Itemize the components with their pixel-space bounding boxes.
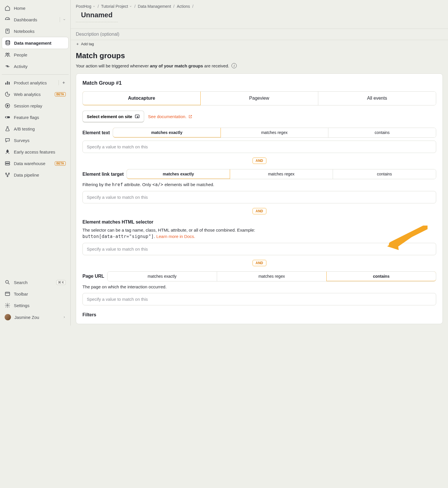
sidebar-item-surveys[interactable]: Surveys <box>2 135 69 146</box>
sidebar-item-session-replay[interactable]: Session replay <box>2 100 69 111</box>
description-input[interactable]: Description (optional) <box>71 29 448 40</box>
element-link-mode: matches exactly matches regex contains <box>127 169 436 179</box>
svg-point-14 <box>8 173 9 174</box>
mode-contains[interactable]: contains <box>333 169 436 179</box>
sidebar-item-search[interactable]: Search ⌘ K <box>2 277 69 288</box>
sidebar-item-label: Settings <box>14 303 66 308</box>
and-separator: AND <box>253 208 266 214</box>
element-link-input[interactable] <box>82 191 436 203</box>
sidebar-item-label: Activity <box>14 64 66 69</box>
mode-exact[interactable]: matches exactly <box>113 128 221 138</box>
svg-rect-9 <box>5 116 10 118</box>
svg-rect-11 <box>5 162 10 163</box>
mode-exact[interactable]: matches exactly <box>108 272 217 281</box>
selector-input[interactable] <box>82 243 436 255</box>
sidebar-item-label: People <box>14 52 66 57</box>
sidebar-item-dashboards[interactable]: Dashboards <box>2 14 69 25</box>
sidebar-item-label: Toolbar <box>14 292 66 296</box>
crumb-data-management[interactable]: Data Management <box>138 4 171 9</box>
svg-point-10 <box>6 117 7 118</box>
gear-icon <box>5 302 10 308</box>
chat-icon <box>5 137 10 143</box>
page-url-mode: matches exactly matches regex contains <box>107 271 436 281</box>
page-url-input[interactable] <box>82 293 436 305</box>
docs-link[interactable]: See documentation. <box>148 114 192 119</box>
section-subheading: Your action will be triggered whenever a… <box>76 63 443 68</box>
sidebar-item-ab-testing[interactable]: A/B testing <box>2 123 69 135</box>
sidebar-item-data-pipeline[interactable]: Data pipeline <box>2 169 69 181</box>
page-title[interactable]: Unnamed <box>76 10 118 22</box>
sidebar-item-home[interactable]: Home <box>2 2 69 14</box>
sidebar-item-label: Search <box>14 280 53 285</box>
chevron-down-icon[interactable] <box>63 18 66 21</box>
svg-rect-12 <box>5 164 10 165</box>
user-name: Jasmine Zou <box>14 315 59 320</box>
svg-point-3 <box>8 53 9 54</box>
element-link-label: Element link target <box>82 172 124 177</box>
home-icon <box>5 5 10 11</box>
sidebar-item-label: Dashboards <box>14 17 56 22</box>
beta-badge: BETA <box>55 161 66 166</box>
svg-point-16 <box>5 280 8 283</box>
sidebar-item-label: Data pipeline <box>14 173 66 177</box>
pie-chart-icon <box>5 91 10 97</box>
chevron-down-icon <box>93 5 95 8</box>
element-link-help: Filtering by the href attribute. Only <a… <box>82 181 436 188</box>
sidebar-item-label: Data warehouse <box>14 161 51 166</box>
sidebar-item-product-analytics[interactable]: Product analytics <box>2 77 69 88</box>
sidebar-item-activity[interactable]: Activity <box>2 60 69 72</box>
mode-regex[interactable]: matches regex <box>230 169 333 179</box>
rocket-icon <box>5 149 10 155</box>
selector-docs-link[interactable]: Learn more in Docs. <box>156 233 195 240</box>
sidebar-item-toolbar[interactable]: Toolbar <box>2 288 69 300</box>
select-element-button[interactable]: Select element on site <box>82 111 144 122</box>
svg-point-2 <box>6 53 7 54</box>
mode-regex[interactable]: matches regex <box>217 272 327 281</box>
page-url-help: The page on which the interaction occurr… <box>82 284 436 290</box>
replay-icon <box>5 103 10 109</box>
sidebar-item-label: Early access features <box>14 150 66 154</box>
sidebar-item-data-warehouse[interactable]: Data warehouse BETA <box>2 158 69 169</box>
sidebar-item-label: Data management <box>14 41 65 46</box>
sidebar-item-data-management[interactable]: Data management <box>2 37 69 49</box>
filters-label: Filters <box>82 312 436 317</box>
svg-point-1 <box>6 41 10 42</box>
mode-contains[interactable]: contains <box>326 271 436 281</box>
sidebar-item-early-access[interactable]: Early access features <box>2 146 69 158</box>
plus-icon[interactable] <box>62 81 66 85</box>
mode-exact[interactable]: matches exactly <box>127 169 230 179</box>
sidebar-item-label: Surveys <box>14 138 66 143</box>
bar-chart-icon <box>5 80 10 86</box>
chevron-right-icon <box>63 316 66 319</box>
sidebar-item-feature-flags[interactable]: Feature flags <box>2 111 69 123</box>
svg-point-15 <box>7 176 8 177</box>
page-url-label: Page URL <box>82 274 104 279</box>
crumb-actions[interactable]: Actions <box>177 4 190 9</box>
inspect-icon <box>135 114 140 119</box>
tab-pageview[interactable]: Pageview <box>200 92 318 105</box>
search-icon <box>5 279 10 285</box>
toggle-icon <box>5 114 10 120</box>
svg-rect-5 <box>5 83 6 85</box>
crumb-org[interactable]: PostHog <box>76 4 95 9</box>
tab-all-events[interactable]: All events <box>318 92 436 105</box>
sidebar-item-user[interactable]: Jasmine Zou <box>2 311 69 323</box>
svg-rect-6 <box>7 81 8 85</box>
sidebar-item-web-analytics[interactable]: Web analytics BETA <box>2 88 69 100</box>
sidebar-item-people[interactable]: People <box>2 49 69 60</box>
sidebar-item-notebooks[interactable]: Notebooks <box>2 25 69 37</box>
sidebar-item-settings[interactable]: Settings <box>2 300 69 311</box>
mode-contains[interactable]: contains <box>328 128 436 137</box>
info-icon[interactable]: i <box>231 63 237 68</box>
server-icon <box>5 160 10 166</box>
external-link-icon <box>188 115 192 119</box>
gauge-icon <box>5 17 10 22</box>
sidebar-item-label: Product analytics <box>14 80 55 85</box>
crumb-project[interactable]: Tutorial Project <box>101 4 132 9</box>
svg-rect-17 <box>5 292 10 296</box>
tab-autocapture[interactable]: Autocapture <box>82 91 201 105</box>
database-icon <box>5 40 11 46</box>
add-tag-button[interactable]: Add tag <box>71 40 448 49</box>
element-text-input[interactable] <box>82 141 436 153</box>
mode-regex[interactable]: matches regex <box>221 128 328 137</box>
